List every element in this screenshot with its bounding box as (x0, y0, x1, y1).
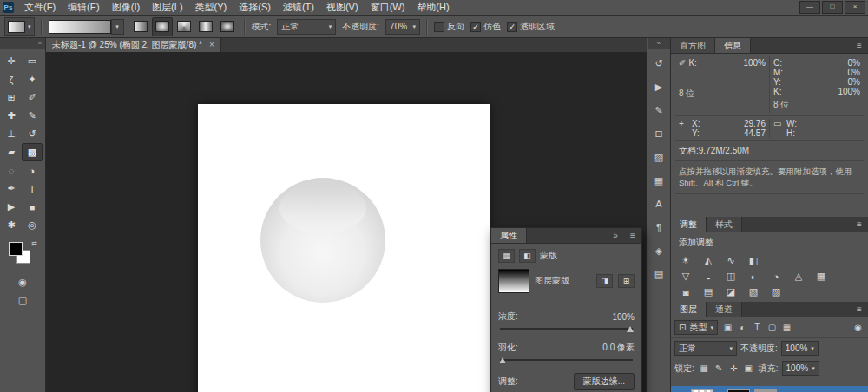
menu-item[interactable]: 选择(S) (233, 0, 277, 15)
gradient-tool[interactable]: ▩ (22, 143, 43, 161)
menu-item[interactable]: 图层(L) (146, 0, 188, 15)
diamond-gradient-button[interactable] (217, 17, 238, 36)
shape-tool[interactable]: ■ (22, 198, 43, 216)
selective-color-icon[interactable]: ▨ (769, 286, 783, 297)
type-tool[interactable]: T (22, 180, 43, 198)
restore-button[interactable]: □ (822, 1, 843, 14)
lock-all-icon[interactable]: ▣ (742, 363, 755, 373)
blur-tool[interactable]: ◌ (1, 161, 22, 180)
filter-pixel-layers-icon[interactable]: ▣ (721, 323, 734, 332)
lock-pixels-icon[interactable]: ✎ (713, 363, 726, 373)
lock-position-icon[interactable]: ✛ (727, 363, 740, 373)
collapse-toolbar-icon[interactable]: » (0, 38, 45, 49)
tab-styles[interactable]: 样式 (707, 217, 742, 232)
tab-properties[interactable]: 属性 (491, 228, 527, 243)
add-vector-mask-button[interactable]: ⊞ (618, 274, 635, 288)
channels-panel-icon[interactable]: ▤ (651, 266, 667, 282)
gradient-map-icon[interactable]: ▧ (746, 286, 760, 297)
blend-mode-select[interactable]: 正常 ▾ (277, 19, 336, 35)
chevron-down-icon[interactable]: ▾ (111, 19, 124, 35)
layer-row-selected[interactable]: ∞ 椭圆 2 (671, 386, 868, 392)
swap-colors-icon[interactable]: ⇄ (31, 239, 37, 247)
brush-panel-icon[interactable]: ✎ (651, 102, 667, 118)
filter-toggle-icon[interactable]: ◉ (852, 323, 865, 332)
black-white-icon[interactable]: ◐ (746, 271, 760, 282)
color-lookup-icon[interactable]: ▦ (814, 271, 828, 282)
filter-smart-object-icon[interactable]: ▦ (780, 323, 793, 332)
menu-item[interactable]: 文件(F) (18, 0, 62, 15)
collapse-panel-icon[interactable]: » (607, 228, 624, 243)
channel-mixer-icon[interactable]: ◬ (792, 271, 806, 282)
levels-icon[interactable]: ◭ (701, 255, 715, 266)
eyedropper-tool[interactable]: ✐ (22, 88, 43, 107)
transparency-checkbox[interactable]: ✓ 透明区域 (507, 21, 555, 33)
invert-icon[interactable]: ◙ (679, 286, 693, 297)
lasso-tool[interactable]: ζ (1, 70, 22, 88)
menu-item[interactable]: 滤镜(T) (277, 0, 320, 15)
brightness-contrast-icon[interactable]: ☀ (679, 255, 693, 266)
dodge-tool[interactable]: ◑ (22, 161, 43, 180)
menu-item[interactable]: 图像(I) (106, 0, 146, 15)
slider-handle[interactable] (499, 357, 506, 363)
linear-gradient-button[interactable] (130, 17, 151, 36)
exposure-icon[interactable]: ◧ (746, 255, 760, 266)
vibrance-icon[interactable]: ▽ (679, 271, 693, 282)
quick-mask-button[interactable]: ◉ (18, 277, 27, 288)
menu-item[interactable]: 视图(V) (320, 0, 365, 15)
rectangular-marquee-tool[interactable]: ▭ (22, 52, 43, 70)
color-panel-icon[interactable]: ▨ (651, 149, 667, 165)
menu-item[interactable]: 类型(Y) (189, 0, 233, 15)
reflected-gradient-button[interactable] (195, 17, 216, 36)
reverse-checkbox[interactable]: 反向 (434, 21, 464, 33)
tab-channels[interactable]: 通道 (707, 302, 742, 317)
move-tool[interactable]: ✛ (1, 52, 22, 70)
layer-filter-select[interactable]: ⊡ 类型 ▾ (674, 320, 718, 335)
tab-histogram[interactable]: 直方图 (671, 38, 715, 53)
menu-item[interactable]: 窗口(W) (365, 0, 411, 15)
mask-edge-button[interactable]: 蒙版边缘... (574, 373, 635, 390)
mask-thumbnail[interactable] (498, 269, 529, 293)
paragraph-panel-icon[interactable]: ¶ (651, 219, 667, 235)
quick-selection-tool[interactable]: ✦ (22, 70, 43, 88)
panel-menu-icon[interactable]: ≡ (851, 38, 868, 53)
healing-brush-tool[interactable]: ✚ (1, 107, 22, 125)
path-selection-tool[interactable]: ▶ (1, 198, 22, 216)
panel-menu-icon[interactable]: ≡ (624, 228, 641, 243)
feather-slider[interactable] (500, 359, 633, 361)
screen-mode-button[interactable]: ▢ (18, 295, 27, 306)
document-page[interactable] (198, 104, 490, 392)
lock-transparency-icon[interactable]: ▦ (698, 363, 711, 373)
panel-menu-icon[interactable]: ≡ (851, 302, 868, 317)
photo-filter-icon[interactable]: ◔ (769, 271, 783, 282)
filter-adjustment-layers-icon[interactable]: ◐ (736, 323, 749, 332)
filter-type-layers-icon[interactable]: T (751, 323, 764, 332)
vector-mask-icon[interactable]: ◧ (519, 249, 536, 263)
layer-fill-input[interactable]: 100% ▾ (782, 361, 819, 376)
curves-icon[interactable]: ∿ (724, 255, 738, 266)
slider-handle[interactable] (627, 326, 634, 332)
brush-tool[interactable]: ✎ (22, 107, 43, 125)
close-button[interactable]: × (845, 1, 865, 14)
layer-blend-mode-select[interactable]: 正常 ▾ (674, 341, 737, 356)
add-pixel-mask-button[interactable]: ◨ (596, 274, 613, 288)
hue-saturation-icon[interactable]: ◒ (701, 271, 715, 282)
tool-preset-picker[interactable]: ▾ (4, 17, 35, 36)
tab-adjustments[interactable]: 调整 (671, 217, 707, 232)
threshold-icon[interactable]: ◪ (724, 286, 738, 297)
tab-info[interactable]: 信息 (715, 38, 751, 53)
history-panel-icon[interactable]: ↺ (651, 56, 667, 71)
layer-opacity-input[interactable]: 100% ▾ (781, 341, 819, 356)
expand-panels-icon[interactable]: « (648, 38, 670, 49)
actions-panel-icon[interactable]: ▶ (651, 79, 667, 95)
pixel-mask-icon[interactable]: ▦ (498, 249, 515, 263)
filter-shape-layers-icon[interactable]: ▢ (766, 323, 779, 332)
character-panel-icon[interactable]: A (651, 196, 667, 212)
angle-gradient-button[interactable] (174, 17, 194, 36)
eraser-tool[interactable]: ▰ (1, 143, 22, 161)
clone-source-panel-icon[interactable]: ⊡ (651, 126, 667, 141)
swatches-panel-icon[interactable]: ▦ (651, 173, 667, 188)
clone-stamp-tool[interactable]: ⊥ (1, 125, 22, 143)
styles-panel-icon[interactable]: ◈ (651, 243, 667, 258)
history-brush-tool[interactable]: ↺ (22, 125, 43, 143)
minimize-button[interactable]: — (799, 1, 820, 14)
